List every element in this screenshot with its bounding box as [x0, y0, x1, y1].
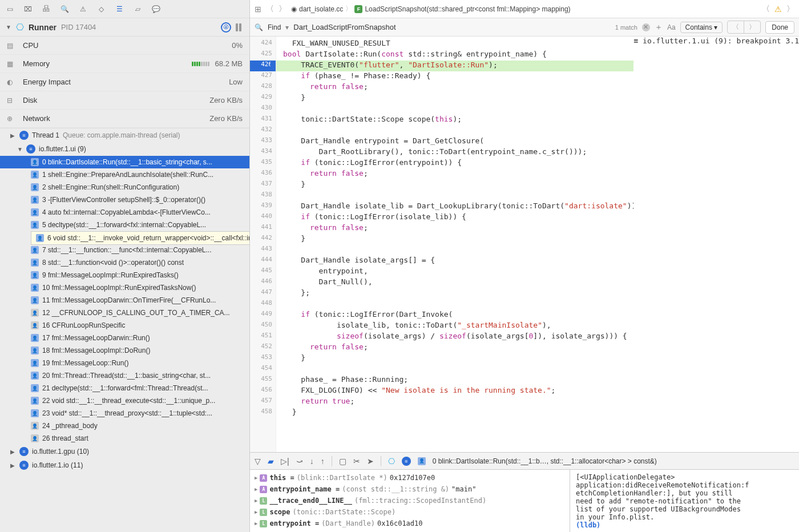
stack-frame[interactable]: 👤7 std::__1::__function::__func<fxl::int…: [0, 244, 249, 256]
stack-frame[interactable]: 👤2 shell::Engine::Run(shell::RunConfigur…: [0, 181, 249, 194]
frame-icon: 👤: [31, 259, 39, 267]
func-crumb[interactable]: LoadScriptSnapshot(std::shared_ptr<const…: [365, 5, 570, 13]
chevron-right-icon[interactable]: ▶: [10, 132, 16, 139]
stack-frame[interactable]: 👤12 __CFRUNLOOP_IS_CALLING_OUT_TO_A_TIME…: [0, 307, 249, 319]
prev-issue-icon[interactable]: 〈: [762, 4, 770, 14]
continue-icon[interactable]: ▷|: [281, 457, 289, 466]
chevron-right-icon[interactable]: ▶: [255, 475, 257, 481]
stack-frame[interactable]: 👤22 void std::__1::__thread_execute<std:…: [0, 394, 249, 407]
find-nav[interactable]: 〈〉: [727, 21, 761, 34]
chevron-right-icon[interactable]: ▶: [10, 449, 16, 455]
folder-icon[interactable]: ▭: [5, 4, 15, 14]
file-crumb[interactable]: dart_isolate.cc: [299, 5, 343, 13]
stack-frame[interactable]: 👤1 shell::Engine::PrepareAndLaunchIsolat…: [0, 168, 249, 181]
breakpoint-marker[interactable]: ≡ io.flutter.1.ui (9): breakpoint 3.1: [633, 37, 799, 452]
warning-icon[interactable]: ⚠: [774, 5, 782, 14]
source-editor[interactable]: 4244254264274284294304314324334344354364…: [250, 37, 799, 452]
stack-frame[interactable]: 👤11 fml::MessageLoopDarwin::OnTimerFire(…: [0, 294, 249, 307]
stack-frame[interactable]: 👤3 -[FlutterViewController setupShell]::…: [0, 194, 249, 206]
toggle-console-icon[interactable]: ▽: [255, 457, 261, 466]
gutter[interactable]: 4244254264274284294304314324334344354364…: [250, 37, 276, 452]
case-toggle[interactable]: Aa: [667, 23, 676, 31]
thread-icon[interactable]: ≡: [402, 457, 411, 466]
search-icon[interactable]: 🔍: [59, 4, 70, 14]
stack-frame[interactable]: 👤8 std::__1::function<void ()>::operator…: [0, 256, 249, 269]
find-query[interactable]: Dart_LoadScriptFromSnapshot: [293, 23, 396, 31]
source-control-icon[interactable]: ⌧: [23, 4, 33, 14]
chevron-down-icon[interactable]: ▾: [285, 23, 289, 31]
forward-button[interactable]: 〉: [279, 4, 286, 14]
stack-frame[interactable]: 👤6 void std::__1::__invoke_void_return_w…: [31, 231, 249, 245]
stack-frame[interactable]: 👤23 void* std::__1::__thread_proxy<std::…: [0, 407, 249, 420]
issue-icon[interactable]: ⚠: [78, 4, 88, 14]
code[interactable]: FXL_WARN_UNUSED_RESULTbool DartIsolate::…: [276, 37, 633, 452]
test-icon[interactable]: ◇: [96, 4, 106, 14]
breakpoint-icon[interactable]: ▱: [132, 4, 143, 14]
add-button[interactable]: ＋: [655, 22, 663, 33]
stack-frame[interactable]: 👤10 fml::MessageLoopImpl::RunExpiredTask…: [0, 281, 249, 294]
symbol-icon[interactable]: 品: [41, 4, 51, 14]
jump-bar[interactable]: ⊞ 〈 〉 ◉ dart_isolate.cc 〉 F LoadScriptSn…: [250, 0, 799, 18]
console[interactable]: [<UIApplicationDelegate>application:didR…: [570, 470, 799, 532]
stack-frame[interactable]: 👤17 fml::MessageLoopDarwin::Run(): [0, 332, 249, 344]
chevron-right-icon[interactable]: ▶: [255, 498, 257, 503]
memory-graph-icon[interactable]: ✂: [353, 457, 360, 466]
step-in-icon[interactable]: ↓: [310, 457, 314, 466]
find-mode-dropdown[interactable]: Find: [268, 23, 281, 31]
chevron-right-icon[interactable]: ▶: [255, 486, 257, 492]
lldb-prompt[interactable]: (lldb): [576, 521, 793, 529]
variable-row[interactable]: ▶Aentrypoint_name = (const std::__1::str…: [255, 483, 565, 495]
stack-frame[interactable]: 👤4 auto fxl::internal::CopyableLambda<-[…: [0, 206, 249, 219]
variable-row[interactable]: ▶Athis = (blink::DartIsolate *) 0x127d10…: [255, 472, 565, 483]
step-out-icon[interactable]: ↑: [321, 457, 325, 466]
variables-view[interactable]: ▶Athis = (blink::DartIsolate *) 0x127d10…: [250, 470, 570, 532]
chevron-right-icon[interactable]: ▶: [10, 462, 16, 469]
stack-frame[interactable]: 👤20 fml::Thread::Thread(std::__1::basic_…: [0, 369, 249, 382]
memory-gauge: [192, 62, 209, 66]
stack-frame[interactable]: 👤21 decltype(std::__1::forward<fml::Thre…: [0, 382, 249, 394]
metric-network[interactable]: ⊕ Network Zero KB/s: [0, 110, 249, 128]
stack-frame[interactable]: 👤18 fml::MessageLoopImpl::DoRun(): [0, 344, 249, 357]
stack-frame[interactable]: 👤9 fml::MessageLoopImpl::RunExpiredTasks…: [0, 269, 249, 281]
metric-cpu[interactable]: ▤ CPU 0%: [0, 37, 249, 55]
done-button[interactable]: Done: [765, 21, 794, 34]
back-button[interactable]: 〈: [266, 4, 274, 14]
report-icon[interactable]: 💬: [151, 4, 161, 14]
step-over-icon[interactable]: ⤻: [296, 457, 303, 466]
stack-frame[interactable]: 👤19 fml::MessageLoop::Run(): [0, 357, 249, 369]
stack-frame[interactable]: 👤24 _pthread_body: [0, 420, 249, 432]
metric-memory[interactable]: ▦ Memory 68.2 MB: [0, 55, 249, 73]
pause-icon[interactable]: [236, 23, 244, 31]
breakpoints-toggle-icon[interactable]: ▰: [268, 457, 274, 466]
process-row[interactable]: ▼ ⎔ Runner PID 17404 ⦿: [0, 18, 249, 37]
stack-frame[interactable]: 👤0 blink::DartIsolate::Run(std::__1::bas…: [0, 156, 249, 168]
variable-row[interactable]: ▶Lscope (tonic::DartState::Scope): [255, 506, 565, 518]
chevron-right-icon[interactable]: ▶: [255, 521, 257, 526]
metric-energy[interactable]: ◐ Energy Impact Low: [0, 73, 249, 91]
variable-row[interactable]: ▶Lentrypoint = (Dart_Handle) 0x16c01ad10: [255, 518, 565, 529]
thread-ui[interactable]: ▼ ≡ io.flutter.1.ui (9): [0, 142, 249, 156]
var-icon: L: [260, 520, 267, 527]
debug-icon[interactable]: ☰: [114, 4, 124, 14]
stack-frame[interactable]: 👤16 CFRunLoopRunSpecific: [0, 319, 249, 332]
stack-frame[interactable]: 👤5 decltype(std::__1::forward<fxl::inter…: [0, 219, 249, 231]
chevron-right-icon[interactable]: ▶: [255, 509, 257, 515]
chevron-down-icon[interactable]: ▼: [17, 146, 23, 152]
next-issue-icon[interactable]: 〉: [786, 4, 794, 14]
variable-row[interactable]: ▶L__trace_end0__LINE__ (fml::tracing::Sc…: [255, 495, 565, 506]
thread-list[interactable]: ▶ ≡ Thread 1 Queue: com.apple.main-threa…: [0, 128, 249, 532]
thread-1[interactable]: ▶ ≡ Thread 1 Queue: com.apple.main-threa…: [0, 128, 249, 142]
view-hierarchy-icon[interactable]: ▢: [339, 457, 346, 466]
flutter-icon[interactable]: ⎔: [388, 457, 395, 466]
contains-dropdown[interactable]: Contains ▾: [680, 22, 723, 33]
stack-frame[interactable]: 👤26 thread_start: [0, 432, 249, 445]
frame-location[interactable]: 0 blink::DartIsolate::Run(std::__1::b…, …: [433, 457, 657, 465]
related-items-icon[interactable]: ⊞: [255, 5, 261, 14]
thread-gpu[interactable]: ▶ ≡ io.flutter.1.gpu (10): [0, 445, 249, 458]
location-icon[interactable]: ⦿: [221, 22, 231, 33]
location-icon[interactable]: ➤: [367, 457, 374, 466]
metric-disk[interactable]: ⊟ Disk Zero KB/s: [0, 91, 249, 110]
clear-icon[interactable]: ✕: [642, 23, 650, 31]
disclosure-icon[interactable]: ▼: [6, 24, 11, 30]
thread-io[interactable]: ▶ ≡ io.flutter.1.io (11): [0, 458, 249, 472]
